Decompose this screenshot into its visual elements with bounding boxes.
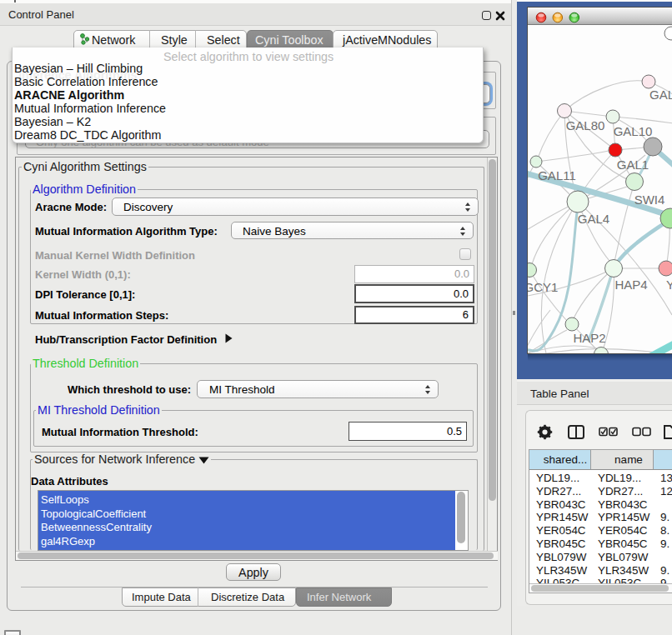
svg-text:HAP4: HAP4 [614,278,647,292]
svg-text:Y: Y [666,278,672,292]
svg-text:GAL1: GAL1 [617,158,649,172]
svg-text:GAL10: GAL10 [614,124,653,138]
svg-text:GAL4: GAL4 [578,212,609,226]
svg-text:SWI4: SWI4 [634,192,665,207]
svg-text:GAL80: GAL80 [566,118,605,132]
svg-text:GCY1: GCY1 [528,280,558,294]
svg-text:GAL7: GAL7 [649,88,672,102]
svg-text:HAP2: HAP2 [573,331,605,345]
svg-text:GAL11: GAL11 [538,168,576,182]
